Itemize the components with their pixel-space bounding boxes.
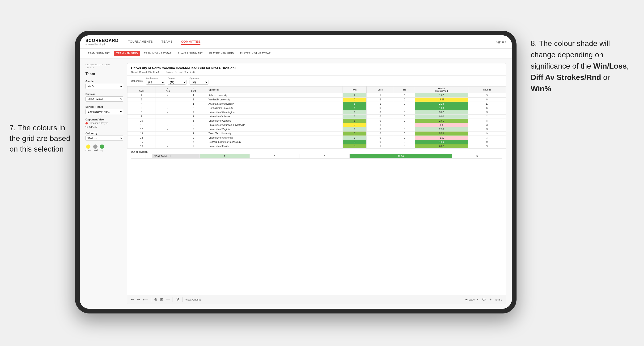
cell-rank: 10 bbox=[128, 119, 156, 123]
opponent-view-section: Opponent View Opponents Played Top 100 bbox=[86, 118, 123, 128]
cell-reg: - bbox=[156, 115, 180, 119]
region-filter-label: Region bbox=[168, 77, 187, 79]
od-rounds: 3 bbox=[452, 154, 502, 159]
cell-diff: 9.00 bbox=[415, 115, 468, 119]
cell-loss: 0 bbox=[366, 119, 394, 123]
subnav-team-h2h-grid[interactable]: TEAM H2H GRID bbox=[114, 51, 140, 56]
radio-top100[interactable]: Top 100 bbox=[86, 125, 123, 128]
cell-rounds: 3 bbox=[468, 110, 506, 115]
annotation-right: 8. The colour shade will change dependin… bbox=[531, 38, 630, 94]
cell-win: 0 bbox=[343, 123, 366, 127]
toolbar-redo[interactable]: ↪ bbox=[137, 297, 140, 302]
cell-conf: 5 bbox=[180, 119, 207, 123]
th-opponent: Opponent bbox=[207, 86, 343, 93]
cell-loss: 0 bbox=[366, 106, 394, 110]
cell-diff: 2.33 bbox=[415, 127, 468, 132]
cell-conf: 1 bbox=[180, 102, 207, 106]
cell-rounds: 9 bbox=[468, 144, 506, 149]
cell-conf: 1 bbox=[180, 115, 207, 119]
toolbar-copy[interactable]: ⊕ bbox=[154, 297, 157, 302]
cell-rank: 9 bbox=[128, 115, 156, 119]
subnav-team-summary[interactable]: TEAM SUMMARY bbox=[86, 51, 112, 56]
toolbar-grid[interactable]: ⊞ bbox=[160, 297, 163, 302]
cell-loss: 1 bbox=[366, 102, 394, 106]
logo-sub: Powered by clippd bbox=[86, 43, 118, 45]
toolbar-comment[interactable]: 💬 bbox=[482, 298, 486, 301]
table-row: 3 - 2 Vanderbilt University 0 4 0 -2.29 … bbox=[128, 98, 506, 102]
od-win: 1 bbox=[200, 154, 250, 159]
division-record: Division Record: 88 - 17 - 0 bbox=[166, 71, 194, 74]
nav-tournaments[interactable]: TOURNAMENTS bbox=[128, 39, 153, 45]
th-diff: Diff AvStrokes/Rnd bbox=[415, 86, 468, 93]
toolbar-back[interactable]: ⟵ bbox=[143, 297, 148, 302]
cell-opponent: Georgia Institute of Technology bbox=[207, 140, 343, 144]
toolbar-share[interactable]: Share bbox=[495, 298, 502, 301]
out-division-label: Out of division bbox=[131, 151, 502, 153]
toolbar-undo[interactable]: ↩ bbox=[131, 297, 134, 302]
school-select[interactable]: 1. University of Nort... bbox=[86, 109, 123, 114]
cell-loss: 0 bbox=[366, 110, 394, 115]
toolbar-clock[interactable]: ⏱ bbox=[176, 298, 180, 302]
opponent-filter-select[interactable]: (All) bbox=[190, 80, 208, 85]
cell-rank: 2 bbox=[128, 93, 156, 98]
cell-rounds: 3 bbox=[468, 136, 506, 140]
cell-tie: 0 bbox=[394, 140, 415, 144]
cell-rank: 6 bbox=[128, 106, 156, 110]
cell-tie: 0 bbox=[394, 98, 415, 102]
cell-win: 4 bbox=[343, 106, 366, 110]
toolbar-share-icon[interactable]: ⊡ bbox=[489, 298, 492, 301]
annotation-bold1: Win/Loss bbox=[593, 62, 627, 70]
region-filter: Region (All) bbox=[168, 77, 187, 85]
grid-header: University of North Carolina Head-to-Hea… bbox=[127, 63, 506, 76]
cell-conf: 2 bbox=[180, 106, 207, 110]
toolbar-dash[interactable]: — bbox=[166, 298, 170, 302]
nav-teams[interactable]: TEAMS bbox=[162, 39, 172, 45]
cell-rank: 13 bbox=[128, 132, 156, 136]
toolbar-sep1 bbox=[151, 298, 151, 302]
cell-reg: - bbox=[156, 119, 180, 123]
table-row: 2 - 1 Auburn University 2 1 0 1.67 9 bbox=[128, 93, 506, 98]
legend-up-label: Up bbox=[100, 149, 104, 152]
main-content: Last Updated: 27/03/2024 16:55:38 Team G… bbox=[80, 58, 512, 309]
tablet-screen: SCOREBOARD Powered by clippd TOURNAMENTS… bbox=[80, 35, 512, 309]
cell-opponent: University of Alabama bbox=[207, 119, 343, 123]
cell-reg: - bbox=[156, 102, 180, 106]
subnav-player-h2h-grid[interactable]: PLAYER H2H GRID bbox=[207, 51, 236, 56]
subnav-team-h2h-heatmap[interactable]: TEAM H2H HEATMAP bbox=[142, 51, 174, 56]
sign-out-link[interactable]: Sign out bbox=[496, 40, 506, 44]
radio-group: Opponents Played Top 100 bbox=[86, 122, 123, 128]
cell-opponent: University of Virginia bbox=[207, 127, 343, 132]
cell-win: 3 bbox=[343, 144, 366, 149]
colour-by-select[interactable]: Win/loss bbox=[86, 136, 123, 141]
cell-win: 5 bbox=[343, 140, 366, 144]
division-select[interactable]: NCAA Division I bbox=[86, 96, 123, 102]
annotation-or: or bbox=[601, 73, 610, 82]
cell-reg: - bbox=[156, 98, 180, 102]
legend-level: Level bbox=[93, 145, 98, 152]
cell-diff: 2.28 bbox=[415, 102, 468, 106]
radio-opponents-label: Opponents Played bbox=[89, 122, 108, 125]
conference-filter-select[interactable]: (All) bbox=[146, 80, 165, 85]
cell-rank: 4 bbox=[128, 102, 156, 106]
toolbar-watch[interactable]: 👁 Watch ▾ bbox=[465, 298, 478, 301]
cell-reg: - bbox=[156, 136, 180, 140]
od-diff: 26.00 bbox=[350, 154, 452, 159]
nav-committee[interactable]: COMMITTEE bbox=[181, 39, 201, 45]
subnav-player-h2h-heatmap[interactable]: PLAYER H2H HEATMAP bbox=[238, 51, 273, 56]
cell-diff: -2.29 bbox=[415, 98, 468, 102]
gender-label: Gender bbox=[86, 80, 123, 83]
division-label: Division bbox=[86, 93, 123, 95]
radio-opponents-played[interactable]: Opponents Played bbox=[86, 122, 123, 125]
region-filter-select[interactable]: (All) bbox=[168, 80, 187, 85]
grid-title: University of North Carolina Head-to-Hea… bbox=[131, 66, 502, 70]
right-panel: University of North Carolina Head-to-Hea… bbox=[127, 63, 506, 304]
cell-rounds: 9 bbox=[468, 93, 506, 98]
gender-select[interactable]: Men's bbox=[86, 84, 123, 89]
colour-by-label: Colour by bbox=[86, 132, 123, 135]
cell-rank: 11 bbox=[128, 123, 156, 127]
cell-conf: 2 bbox=[180, 98, 207, 102]
subnav-player-summary[interactable]: PLAYER SUMMARY bbox=[176, 51, 206, 56]
out-division-row: NCAA Division II 1 0 0 26.00 3 bbox=[131, 154, 502, 159]
cell-loss: 0 bbox=[366, 127, 394, 132]
cell-win: 3 bbox=[343, 132, 366, 136]
